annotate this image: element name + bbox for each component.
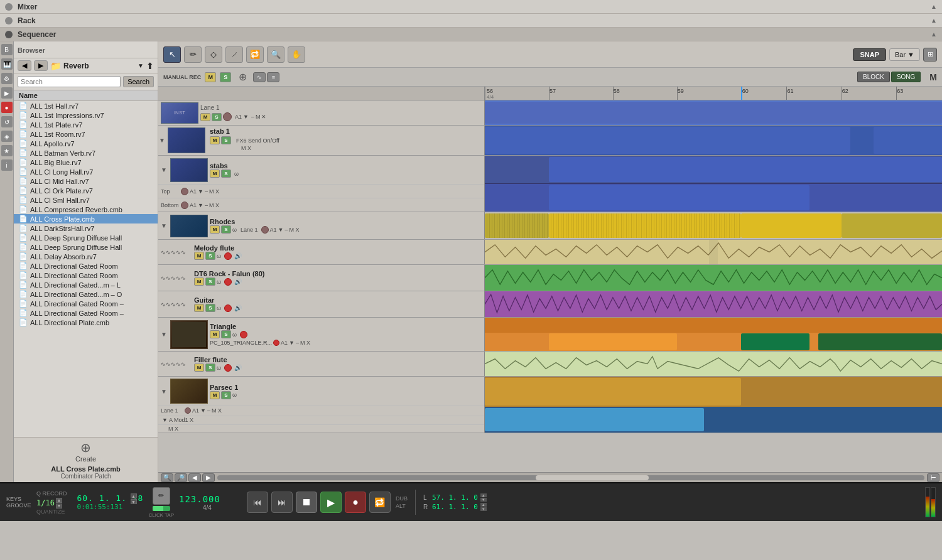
- dt6-s-btn[interactable]: S: [205, 277, 215, 286]
- instrument-icon[interactable]: 🎹: [1, 58, 13, 70]
- file-item[interactable]: 📄ALL Cl Sml Hall.rv7: [14, 195, 158, 205]
- sequencer-panel-bar[interactable]: Sequencer ▲: [0, 28, 942, 41]
- s-button[interactable]: S: [220, 72, 231, 82]
- clip-stab1[interactable]: [485, 127, 850, 154]
- parsec-s-btn[interactable]: S: [221, 391, 231, 399]
- stabs-m-btn[interactable]: M: [210, 170, 220, 178]
- parsec-m-btn[interactable]: M: [210, 391, 220, 399]
- clip-rhodes-4[interactable]: [842, 213, 942, 238]
- stabs-bottom-content[interactable]: [485, 184, 942, 212]
- effect-icon[interactable]: ⚙: [1, 73, 13, 84]
- triangle-lane-dd[interactable]: ▼: [289, 340, 295, 346]
- quantize-arrows[interactable]: ▲ ▼: [56, 498, 62, 509]
- filler-m-btn[interactable]: M: [194, 363, 204, 372]
- pencil-icon[interactable]: ✏: [153, 487, 170, 505]
- file-item[interactable]: 📄ALL Cl Mid Hall.rv7: [14, 176, 158, 186]
- file-item[interactable]: 📄ALL Directional Gated Room –: [14, 299, 158, 308]
- file-item[interactable]: 📄ALL 1st Hall.rv7: [14, 101, 158, 110]
- pos-down[interactable]: ▼: [131, 499, 137, 504]
- guitar-rec[interactable]: [224, 304, 232, 312]
- r-up[interactable]: ▲: [480, 503, 487, 507]
- search-input[interactable]: [18, 76, 121, 87]
- folder-dropdown[interactable]: ▼: [138, 62, 144, 69]
- quantize-up[interactable]: ▲: [56, 498, 62, 503]
- file-item[interactable]: 📄ALL Compressed Reverb.cmb: [14, 205, 158, 214]
- triangle-expand[interactable]: ▼: [161, 331, 168, 338]
- track-expand-stab1[interactable]: ▼: [158, 126, 166, 155]
- parsec-expand[interactable]: ▼: [161, 388, 168, 395]
- file-item[interactable]: 📄ALL Big Blue.rv7: [14, 158, 158, 167]
- dt6-m-btn[interactable]: M: [194, 277, 204, 286]
- pointer-tool[interactable]: ↖: [163, 46, 181, 63]
- triangle-rec[interactable]: [240, 331, 247, 338]
- triangle-lane-rec[interactable]: [273, 340, 279, 346]
- search-button[interactable]: Search: [123, 76, 154, 87]
- loop-btn[interactable]: 🔁: [369, 492, 391, 513]
- track-dropdown[interactable]: ▼: [243, 114, 249, 120]
- stabs-expand[interactable]: ▼: [161, 166, 168, 173]
- forward-button[interactable]: ▶: [34, 60, 48, 71]
- zoom-in-btn[interactable]: 🔍: [161, 473, 173, 482]
- m-button[interactable]: M: [205, 72, 216, 82]
- file-item[interactable]: 📄ALL Deep Sprung Diffuse Hall: [14, 233, 158, 242]
- stabs-top-content[interactable]: [485, 156, 942, 184]
- back-button[interactable]: ◀: [18, 60, 31, 71]
- block-btn[interactable]: BLOCK: [857, 72, 890, 82]
- clip-parsec-sub-1[interactable]: [485, 408, 704, 431]
- grid-view-btn[interactable]: ⊞: [923, 48, 937, 62]
- rack-panel-bar[interactable]: Rack ▲: [0, 14, 942, 28]
- rhodes-rec[interactable]: [261, 226, 269, 234]
- line-tool[interactable]: ⟋: [225, 46, 243, 63]
- rhodes-dd[interactable]: ▼: [278, 227, 284, 233]
- play-btn[interactable]: ▶: [320, 492, 342, 513]
- record-btn[interactable]: ●: [345, 492, 366, 513]
- l-arrows[interactable]: ▲ ▼: [480, 493, 487, 502]
- file-item[interactable]: 📄ALL Cl Ork Plate.rv7: [14, 186, 158, 195]
- filler-s-btn[interactable]: S: [205, 363, 215, 372]
- stabs-bottom-rec[interactable]: [181, 202, 188, 209]
- stabs-s-btn[interactable]: S: [221, 170, 231, 178]
- clip-stab1-b[interactable]: [874, 127, 942, 154]
- track-s-btn[interactable]: S: [212, 113, 222, 121]
- clip-triangle-1[interactable]: [549, 333, 677, 350]
- view-btn-1[interactable]: ∿: [253, 72, 266, 82]
- file-item[interactable]: 📄ALL 1st Room.rv7: [14, 129, 158, 139]
- stab1-s-btn[interactable]: S: [221, 136, 231, 144]
- file-item[interactable]: 📄ALL 1st Plate.rv7: [14, 120, 158, 129]
- track-x-btn[interactable]: ✕: [261, 114, 266, 120]
- mixer-panel-bar[interactable]: Mixer ▲: [0, 0, 942, 14]
- zoom-out-btn[interactable]: 🔎: [175, 473, 187, 482]
- browser-icon[interactable]: B: [1, 44, 13, 55]
- eraser-tool[interactable]: ◇: [205, 46, 222, 63]
- clip-parsec-1[interactable]: [485, 378, 741, 406]
- stab1-m-btn[interactable]: M: [210, 136, 220, 144]
- file-item[interactable]: 📄ALL Directional Plate.cmb: [14, 318, 158, 327]
- clip-lane1[interactable]: [485, 102, 942, 124]
- melody-rec[interactable]: [224, 252, 232, 260]
- add-track-btn[interactable]: ⊕: [239, 71, 247, 83]
- file-item[interactable]: 📄ALL Directional Gated Room: [14, 261, 158, 271]
- stop-btn[interactable]: ⏹: [296, 492, 317, 513]
- file-item[interactable]: 📄ALL Cl Long Hall.rv7: [14, 167, 158, 176]
- loop-icon[interactable]: ↺: [1, 116, 13, 127]
- rhodes-expand[interactable]: ▼: [161, 222, 168, 229]
- file-item[interactable]: 📄ALL Directional Gated...m – O: [14, 289, 158, 299]
- parsec-lane1-rec[interactable]: [185, 407, 191, 414]
- file-item[interactable]: 📄ALL Directional Gated...m – L: [14, 280, 158, 289]
- rhodes-s-btn[interactable]: S: [221, 225, 231, 234]
- clip-rhodes-2[interactable]: [549, 213, 741, 238]
- triangle-m-btn[interactable]: M: [210, 330, 220, 338]
- rewind-btn[interactable]: ⏮: [247, 492, 268, 513]
- triangle-s-btn[interactable]: S: [221, 330, 231, 338]
- r-arrows[interactable]: ▲ ▼: [480, 503, 487, 511]
- melody-m-btn[interactable]: M: [194, 252, 204, 260]
- clip-triangle-2[interactable]: [741, 333, 809, 350]
- file-item-selected[interactable]: 📄ALL Cross Plate.cmb: [14, 214, 158, 223]
- scroll-end-btn[interactable]: ⊢: [927, 473, 939, 482]
- rhodes-m-btn[interactable]: M: [210, 225, 220, 234]
- zoom-tool[interactable]: 🔍: [267, 46, 284, 63]
- melody-s-btn[interactable]: S: [205, 252, 215, 260]
- file-item[interactable]: 📄ALL Apollo.rv7: [14, 139, 158, 148]
- file-item[interactable]: 📄ALL Directional Gated Room: [14, 271, 158, 280]
- track-rec-dot[interactable]: [223, 112, 232, 121]
